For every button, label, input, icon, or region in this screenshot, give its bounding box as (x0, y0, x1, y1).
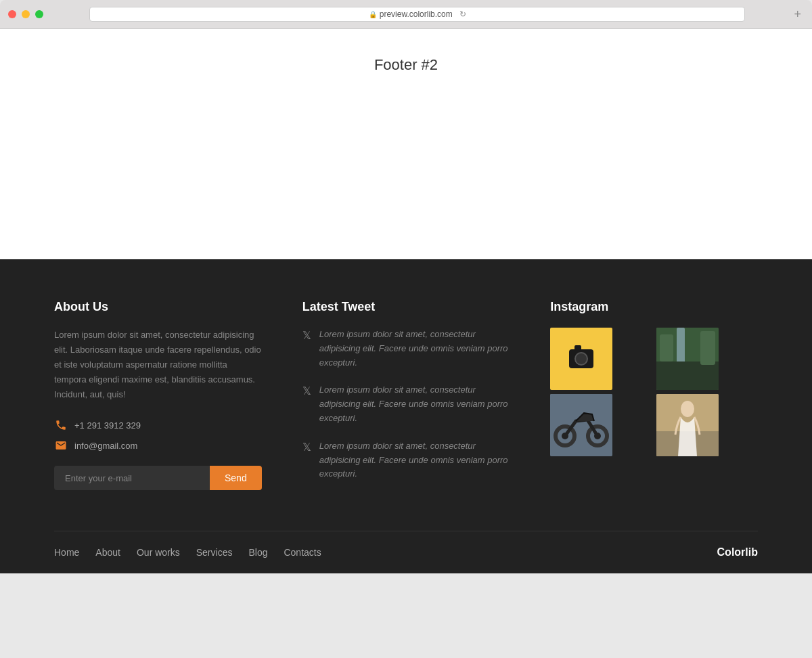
svg-point-9 (594, 433, 601, 439)
tweet-item-1: 𝕏 Lorem ipsum dolor sit amet, consectetu… (302, 328, 510, 370)
instagram-image-2[interactable] (656, 328, 719, 390)
refresh-icon[interactable]: ↻ (459, 9, 466, 19)
waterfall-svg (656, 328, 719, 390)
email-input[interactable] (54, 466, 210, 490)
email-contact: info@gmail.com (54, 439, 262, 452)
page-title: Footer #2 (374, 56, 438, 74)
lock-icon: 🔒 (369, 11, 377, 18)
nav-link-ourworks[interactable]: Our works (137, 547, 180, 558)
nav-item-about[interactable]: About (95, 546, 120, 558)
svg-rect-4 (700, 331, 715, 365)
nav-link-services[interactable]: Services (196, 547, 233, 558)
svg-rect-2 (656, 361, 719, 390)
tweets-heading: Latest Tweet (302, 300, 510, 314)
tweet-item-2: 𝕏 Lorem ipsum dolor sit amet, consectetu… (302, 383, 510, 425)
email-icon (54, 439, 68, 452)
maximize-dot[interactable] (35, 10, 43, 18)
svg-point-8 (562, 433, 568, 439)
url-text: preview.colorlib.com (380, 9, 453, 19)
nav-item-contacts[interactable]: Contacts (284, 546, 321, 558)
page-content: Footer #2 (0, 29, 812, 259)
browser-window: 🔒 preview.colorlib.com ↻ + (0, 0, 812, 29)
address-bar[interactable]: 🔒 preview.colorlib.com ↻ (89, 7, 745, 22)
footer-nav: Home About Our works Services Blog Conta… (54, 546, 321, 558)
instagram-image-4[interactable] (656, 394, 719, 456)
woman-svg (656, 394, 719, 456)
footer-bottom: Home About Our works Services Blog Conta… (54, 531, 758, 573)
email-address: info@gmail.com (74, 441, 137, 451)
close-dot[interactable] (8, 10, 16, 18)
camera-decoration (569, 349, 593, 368)
phone-svg (55, 419, 67, 431)
nav-link-about[interactable]: About (95, 547, 120, 558)
svg-rect-5 (550, 394, 612, 456)
nav-link-blog[interactable]: Blog (248, 547, 267, 558)
about-text: Lorem ipsum dolor sit amet, consectetur … (54, 328, 262, 402)
tweet-text-3: Lorem ipsum dolor sit amet, consectetur … (319, 439, 510, 481)
tweet-text-1: Lorem ipsum dolor sit amet, consectetur … (319, 328, 510, 370)
tweets-column: Latest Tweet 𝕏 Lorem ipsum dolor sit ame… (302, 300, 510, 490)
nav-item-services[interactable]: Services (196, 546, 233, 558)
phone-number: +1 291 3912 329 (74, 420, 141, 431)
instagram-image-1[interactable] (550, 328, 612, 390)
phone-icon (54, 418, 68, 432)
instagram-heading: Instagram (550, 300, 758, 314)
nav-item-blog[interactable]: Blog (248, 546, 267, 558)
footer: About Us Lorem ipsum dolor sit amet, con… (0, 259, 812, 573)
minimize-dot[interactable] (22, 10, 30, 18)
phone-contact: +1 291 3912 329 (54, 418, 262, 432)
twitter-icon-1: 𝕏 (302, 329, 311, 342)
motorcycle-svg (550, 394, 612, 456)
nav-item-home[interactable]: Home (54, 546, 79, 558)
tweet-text-2: Lorem ipsum dolor sit amet, consectetur … (319, 383, 510, 425)
nav-link-home[interactable]: Home (54, 547, 79, 558)
instagram-column: Instagram (550, 300, 758, 490)
send-button[interactable]: Send (210, 466, 262, 490)
new-tab-button[interactable]: + (791, 7, 804, 22)
nav-item-ourworks[interactable]: Our works (137, 546, 180, 558)
email-svg (55, 439, 67, 452)
email-form: Send (54, 466, 262, 490)
tweet-list: 𝕏 Lorem ipsum dolor sit amet, consectetu… (302, 328, 510, 481)
footer-brand: Colorlib (717, 546, 758, 558)
nav-link-contacts[interactable]: Contacts (284, 547, 321, 558)
browser-controls: 🔒 preview.colorlib.com ↻ + (0, 7, 812, 28)
about-heading: About Us (54, 300, 262, 314)
instagram-grid (550, 328, 758, 456)
instagram-image-3[interactable] (550, 394, 612, 456)
svg-rect-3 (660, 334, 673, 361)
footer-top: About Us Lorem ipsum dolor sit amet, con… (54, 300, 758, 531)
svg-point-12 (681, 401, 694, 417)
twitter-icon-3: 𝕏 (302, 441, 311, 454)
footer-nav-list: Home About Our works Services Blog Conta… (54, 546, 321, 558)
about-column: About Us Lorem ipsum dolor sit amet, con… (54, 300, 262, 490)
tweet-item-3: 𝕏 Lorem ipsum dolor sit amet, consectetu… (302, 439, 510, 481)
twitter-icon-2: 𝕏 (302, 385, 311, 397)
